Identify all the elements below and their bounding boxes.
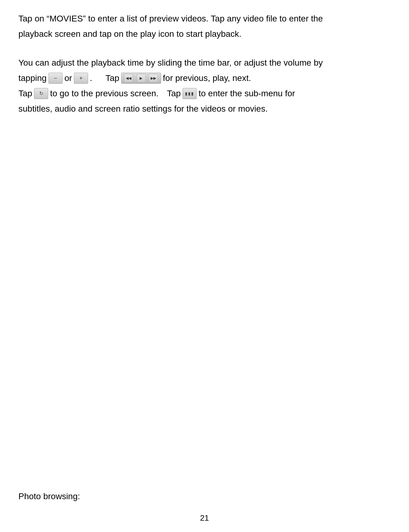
playback-controls[interactable]: ◀◀ ▶ ▶▶ [121,73,161,84]
to-enter-text: to enter the sub-menu for [199,87,295,100]
tap-label: Tap [106,72,119,85]
volume-plus-icon: + [79,74,83,82]
para2-last-line: subtitles, audio and screen ratio settin… [18,102,391,115]
paragraph-1: Tap on “MOVIES” to enter a list of previ… [18,12,391,40]
play-icon: ▶ [140,75,142,81]
photo-browsing-label: Photo browsing: [18,492,80,501]
next-button[interactable]: ▶▶ [149,74,158,82]
page-number-text: 21 [200,513,209,522]
para1-line1: Tap on “MOVIES” to enter a list of previ… [18,12,391,25]
for-text: for previous, play, next. [163,72,251,85]
back-icon: ↻ [39,90,43,97]
para2-line3: Tap ↻ to go to the previous screen. Tap … [18,87,391,100]
para2-line2: tapping − or + . Tap ◀◀ ▶ [18,72,391,85]
tap3-label: Tap [167,87,181,100]
back-button[interactable]: ↻ [34,88,48,99]
page-number: 21 [200,513,209,523]
volume-plus-button[interactable]: + [74,73,88,84]
to-go-text: to go to the previous screen. [50,87,158,100]
para1-line2: playback screen and tap on the play icon… [18,28,391,40]
photo-browsing-text: Photo browsing: [18,492,80,501]
volume-minus-icon: − [54,74,57,82]
paragraph-2: You can adjust the playback time by slid… [18,56,391,115]
tap2-label: Tap [18,87,32,100]
para2-line1: You can adjust the playback time by slid… [18,56,391,69]
volume-minus-button[interactable]: − [48,73,63,84]
page-content: Tap on “MOVIES” to enter a list of previ… [0,0,409,140]
tapping-label: tapping [18,72,47,85]
para1-text2: playback screen and tap on the play icon… [18,29,241,39]
next-icon: ▶▶ [151,75,156,81]
para2-intro-text: You can adjust the playback time by slid… [18,58,323,67]
menu-button[interactable]: ▮▮▮ [183,88,197,99]
prev-button[interactable]: ◀◀ [124,74,133,82]
or-text: or [64,72,72,85]
para1-text1: Tap on “MOVIES” to enter a list of previ… [18,14,323,23]
prev-icon: ◀◀ [126,75,131,81]
play-button[interactable]: ▶ [137,74,146,82]
period-text: . [90,72,92,85]
last-line-text: subtitles, audio and screen ratio settin… [18,104,268,113]
menu-icon: ▮▮▮ [185,90,194,97]
